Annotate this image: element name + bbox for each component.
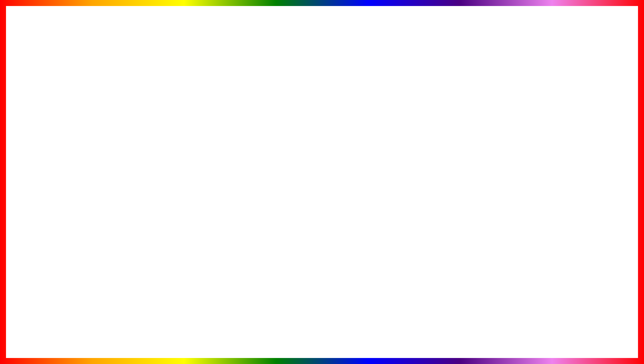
svg-point-24: [314, 178, 322, 184]
logo-hat-top: [536, 293, 551, 302]
left-panel-header: M 👤 MADOX Blox Fruit Update 18 [Time] : …: [32, 104, 188, 118]
left-farm-mode-row: Select Mode Farm : Level Farm: [68, 133, 185, 142]
right-panel-body: Player Teleport Dungeon Fruit+Esp Shop M…: [458, 118, 613, 193]
right-brand-logo: M: [461, 106, 470, 116]
right-sidebar-item-player[interactable]: Player: [458, 119, 491, 130]
right-panel-title-area: MADOX Blox Fruit Update 18 [Time] : 12:2…: [485, 107, 610, 115]
svg-rect-22: [315, 160, 320, 180]
svg-point-19: [316, 116, 321, 121]
sidebar-item-race-v4[interactable]: Race V4: [32, 150, 65, 161]
pastebin-label: PASTEBIN: [396, 323, 533, 355]
left-game-panel: M 👤 MADOX Blox Fruit Update 18 [Time] : …: [32, 104, 189, 194]
right-sidebar-item-misc[interactable]: Misc: [458, 171, 491, 181]
right-auto-buy-chip-checkbox[interactable]: [604, 143, 609, 149]
right-game-panel: M 👤 MADOX Blox Fruit Update 18 [Time] : …: [457, 104, 614, 194]
right-kill-aura-checkbox[interactable]: [604, 176, 609, 182]
left-auto-farm-label: Start Auto Farm: [81, 147, 177, 152]
right-auto-start-dungeon-row: M Auto Start Dungeon: [494, 152, 611, 163]
blox-fruits-logo: BL X FRUITS: [528, 302, 611, 332]
left-username: XxArSendxX: [60, 111, 80, 115]
right-sidebar-item-fruit-esp[interactable]: Fruit+Esp: [458, 150, 491, 161]
svg-point-30: [539, 314, 543, 317]
left-ping: [Ping] : 256.97 (44%CV): [145, 111, 185, 115]
right-playtime: Hr(s) : 0 Min(s) : 17 Sec(s) : 24: [512, 111, 562, 115]
left-player-avatar: 👤: [48, 106, 57, 116]
svg-text:M: M: [498, 156, 500, 159]
left-farm-mode-select[interactable]: Select Mode Farm : Level Farm: [68, 133, 185, 142]
left-sidebar: Main Settings Weapons Race V4 Stats Play…: [32, 118, 66, 193]
right-sidebar-item-shop[interactable]: Shop: [458, 161, 491, 171]
right-auto-next-island-checkbox[interactable]: [604, 165, 609, 171]
svg-text:M: M: [39, 109, 42, 113]
right-title-row: MADOX Blox Fruit Update 18 [Time] : 12:2…: [485, 107, 610, 111]
svg-point-31: [543, 314, 547, 317]
logo-wrapper: BL X FRUITS: [528, 302, 611, 332]
sidebar-item-weapons[interactable]: Weapons: [32, 140, 65, 150]
right-sidebar-item-teleport[interactable]: Teleport: [458, 130, 491, 140]
main-container: BLOX FRUITS M 👤 MADOX Blox Fruit Update …: [0, 0, 644, 364]
left-progress-bar-container: [68, 129, 185, 131]
logo-fruits-text: FRUITS: [561, 317, 611, 330]
right-dungeon-select[interactable]: Select Dungeon :: [494, 129, 611, 139]
sidebar-item-main[interactable]: Main: [32, 119, 65, 130]
svg-text:M: M: [498, 167, 500, 170]
right-sidebar: Player Teleport Dungeon Fruit+Esp Shop M…: [458, 118, 491, 193]
logo-blox-text: BL X: [561, 305, 611, 317]
logo-text-stack: BL X FRUITS: [561, 305, 611, 330]
left-farm-monster-row: M Farm Selected Monster: [68, 175, 185, 186]
svg-rect-23: [324, 160, 329, 180]
svg-text:M: M: [72, 179, 74, 182]
right-feature-logo-1: M: [495, 143, 502, 149]
main-title: BLOX FRUITS: [143, 9, 502, 66]
sidebar-item-stats[interactable]: Stats: [32, 161, 65, 171]
svg-point-20: [323, 116, 328, 121]
left-playtime: Hr(s) : 0 Min(s) : 10 Sec(s) : 40: [87, 111, 138, 115]
svg-text:M: M: [72, 148, 74, 151]
right-sidebar-item-dungeon[interactable]: Dungeon: [458, 140, 491, 150]
right-divider-4: [504, 176, 504, 182]
left-title-row: MADOX Blox Fruit Update 18 [Time] : 12:2…: [60, 107, 185, 111]
left-farm-monster-checkbox[interactable]: [179, 178, 184, 183]
right-dungeon-section-header: Use in Dungeon Only!: [494, 123, 611, 127]
left-progress-bar-fill: [68, 129, 138, 131]
script-label: SCRIPT: [289, 323, 390, 355]
svg-point-18: [311, 104, 333, 116]
valentines-label: VALENTINES: [111, 323, 283, 355]
sidebar-item-teleport[interactable]: Teleport: [32, 181, 65, 192]
right-kill-aura-row: M Kill Aura: [494, 174, 611, 185]
svg-text:M: M: [464, 109, 467, 113]
left-feature-logo-1: M: [70, 146, 76, 153]
right-kill-aura-label: Kill Aura: [506, 177, 602, 181]
left-game-title: Blox Fruit Update 18: [83, 107, 119, 111]
left-time-display: [Time] : 12:21:51: [128, 107, 158, 111]
left-brand-logo: M: [36, 106, 45, 116]
right-divider-3: [504, 165, 504, 171]
right-feature-logo-2: M: [495, 154, 502, 160]
center-character: [272, 94, 372, 244]
right-subtitle-row: XxArSendxX Hr(s) : 0 Min(s) : 17 Sec(s) …: [485, 111, 610, 115]
logo-circle: [528, 302, 558, 332]
left-feature-logo-2: M: [70, 177, 76, 184]
right-ping: [Ping] : 565.165 (38%CV): [568, 111, 610, 115]
right-brand-name: MADOX: [485, 107, 500, 111]
right-auto-start-dungeon-checkbox[interactable]: [604, 154, 609, 160]
left-panel-title-area: MADOX Blox Fruit Update 18 [Time] : 12:2…: [60, 107, 185, 115]
left-fps-display: [FPS] : 63: [167, 107, 185, 111]
right-feature-logo-3: M: [495, 165, 502, 171]
svg-rect-29: [543, 322, 545, 325]
left-monster-select[interactable]: Select Monster :: [68, 164, 185, 173]
right-game-title: Blox Fruit Update 18: [509, 107, 545, 111]
right-auto-buy-chip-row: M Auto Buy Chip Dungeon: [494, 141, 611, 152]
right-player-avatar: 👤: [473, 106, 482, 116]
right-sidebar-item-status[interactable]: Status: [458, 181, 491, 192]
sidebar-item-settings[interactable]: Settings: [32, 130, 65, 140]
logo-icon-container: [528, 302, 558, 332]
sidebar-item-player[interactable]: Player: [32, 171, 65, 181]
right-auto-start-dungeon-label: Auto Start Dungeon: [506, 155, 602, 159]
left-divider-2: [78, 178, 79, 183]
right-divider-2: [504, 154, 504, 160]
right-time-display: [Time] : 12:28:35: [554, 107, 584, 111]
svg-point-32: [542, 318, 544, 320]
right-select-dungeon-row: Select Dungeon :: [494, 129, 611, 139]
left-auto-farm-checkbox[interactable]: [179, 147, 184, 152]
